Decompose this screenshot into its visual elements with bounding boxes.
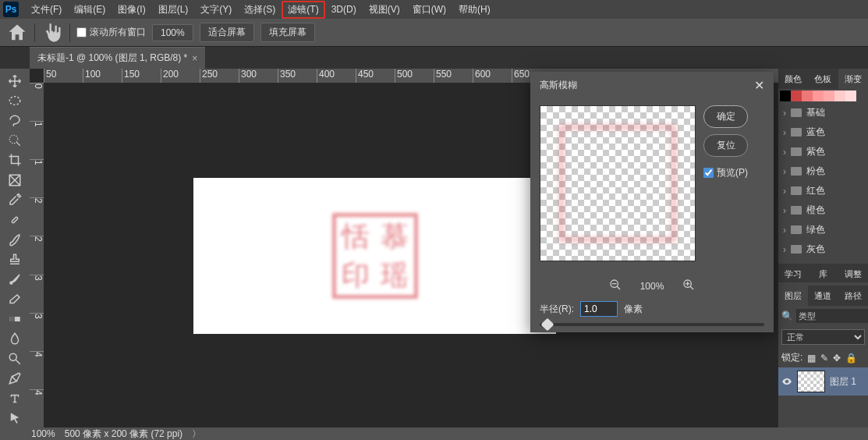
lock-position-icon[interactable]: ✥: [833, 353, 841, 364]
svg-point-0: [9, 97, 20, 105]
tab-lib[interactable]: 库: [808, 264, 838, 282]
preset-folder[interactable]: ›粉色: [778, 161, 868, 181]
lock-transparency-icon[interactable]: ▦: [807, 353, 816, 364]
menu-filter[interactable]: 滤镜(T): [282, 1, 324, 19]
menu-image[interactable]: 图像(I): [112, 1, 151, 19]
preset-folder[interactable]: ›紫色: [778, 142, 868, 161]
brush-tool[interactable]: [3, 231, 27, 249]
folder-icon: [791, 245, 802, 254]
layers-panel: 🔍 正常 锁定: ▦ ✎ ✥ 🔒 图层 1: [778, 306, 868, 428]
swatch[interactable]: [845, 90, 856, 101]
scroll-all-checkbox[interactable]: 滚动所有窗口: [76, 26, 146, 39]
tab-adjust[interactable]: 调整: [838, 264, 868, 282]
frame-tool[interactable]: [3, 171, 27, 189]
folder-icon: [791, 225, 802, 234]
lock-all-icon[interactable]: 🔒: [845, 353, 857, 364]
swatch[interactable]: [813, 90, 824, 101]
menubar: Ps 文件(F) 编辑(E) 图像(I) 图层(L) 文字(Y) 选择(S) 滤…: [0, 0, 868, 19]
lasso-tool[interactable]: [3, 112, 27, 130]
swatch[interactable]: [834, 90, 845, 101]
swatch[interactable]: [802, 90, 813, 101]
eyedropper-tool[interactable]: [3, 191, 27, 209]
menu-layer[interactable]: 图层(L): [152, 1, 195, 19]
menu-view[interactable]: 视图(V): [363, 1, 406, 19]
menu-3d[interactable]: 3D(D): [325, 2, 363, 17]
preview-box[interactable]: [540, 105, 696, 261]
move-tool[interactable]: [3, 72, 27, 90]
folder-icon: [791, 147, 802, 156]
svg-point-7: [9, 353, 16, 360]
history-brush-tool[interactable]: [3, 270, 27, 288]
reset-button[interactable]: 复位: [703, 134, 748, 157]
layer-filter[interactable]: [796, 309, 868, 323]
menu-window[interactable]: 窗口(W): [406, 1, 452, 19]
right-panels: 颜色 色板 渐变 ›基础 ›蓝色 ›紫色 ›粉色 ›红色 ›橙色 ›绿色 ›灰色…: [778, 69, 868, 428]
preset-folder[interactable]: ›灰色: [778, 240, 868, 259]
menu-file[interactable]: 文件(F): [25, 1, 68, 19]
fill-screen-button[interactable]: 填充屏幕: [260, 23, 315, 42]
preset-folder[interactable]: ›绿色: [778, 220, 868, 240]
path-select-tool[interactable]: [3, 409, 27, 427]
preset-folder[interactable]: ›基础: [778, 103, 868, 122]
status-zoom[interactable]: 100%: [31, 428, 55, 439]
marquee-tool[interactable]: [3, 91, 27, 109]
visibility-icon[interactable]: [781, 376, 792, 387]
swatch-row: [778, 89, 868, 103]
slider-thumb[interactable]: [541, 318, 554, 332]
close-icon[interactable]: ✕: [754, 78, 764, 93]
radius-label: 半径(R):: [540, 303, 574, 316]
close-tab-icon[interactable]: ×: [192, 53, 197, 64]
crop-tool[interactable]: [3, 151, 27, 169]
menu-select[interactable]: 选择(S): [238, 1, 282, 19]
zoom-in-icon[interactable]: [682, 279, 695, 293]
layer-row[interactable]: 图层 1: [778, 367, 868, 396]
fit-screen-button[interactable]: 适合屏幕: [200, 23, 254, 42]
hand-tool-icon[interactable]: [41, 22, 63, 44]
swatch[interactable]: [780, 90, 791, 101]
preview-zoom: 100%: [640, 281, 664, 292]
gradient-tool[interactable]: [3, 310, 27, 328]
swatch[interactable]: [791, 90, 802, 101]
folder-icon: [791, 108, 802, 117]
document-tab[interactable]: 未标题-1 @ 100% (图层 1, RGB/8) * ×: [30, 47, 205, 69]
tab-swatches[interactable]: 色板: [808, 69, 838, 89]
radius-input[interactable]: [580, 301, 618, 317]
zoom-level[interactable]: 100%: [152, 24, 193, 41]
gaussian-blur-dialog: 高斯模糊 ✕ 确定 复位 预览(P) 100% 半径(R): 像素: [530, 72, 774, 332]
blend-mode-select[interactable]: 正常: [781, 329, 865, 345]
layer-name: 图层 1: [830, 375, 856, 389]
tab-gradient[interactable]: 渐变: [838, 69, 868, 89]
home-icon[interactable]: [6, 22, 28, 44]
status-arrow-icon[interactable]: 〉: [192, 428, 201, 441]
pen-tool[interactable]: [3, 370, 27, 388]
ok-button[interactable]: 确定: [703, 105, 748, 128]
quick-select-tool[interactable]: [3, 131, 27, 149]
menu-help[interactable]: 帮助(H): [452, 1, 497, 19]
stamp-tool[interactable]: [3, 250, 27, 268]
svg-rect-6: [9, 317, 15, 321]
preview-checkbox[interactable]: 预览(P): [703, 166, 748, 179]
canvas[interactable]: 恬慕印瑶: [193, 178, 556, 334]
tab-channels[interactable]: 通道: [808, 286, 838, 306]
swatch[interactable]: [824, 90, 834, 101]
tab-layers[interactable]: 图层: [778, 286, 808, 306]
zoom-out-icon[interactable]: [609, 279, 622, 293]
preset-folder[interactable]: ›蓝色: [778, 122, 868, 142]
tab-color[interactable]: 颜色: [778, 69, 808, 89]
preset-folder[interactable]: ›红色: [778, 181, 868, 200]
blur-tool[interactable]: [3, 330, 27, 348]
eraser-tool[interactable]: [3, 290, 27, 308]
preset-folder[interactable]: ›橙色: [778, 200, 868, 220]
menu-edit[interactable]: 编辑(E): [68, 1, 112, 19]
document-title: 未标题-1 @ 100% (图层 1, RGB/8) *: [37, 51, 187, 65]
dodge-tool[interactable]: [3, 350, 27, 367]
type-tool[interactable]: [3, 389, 27, 407]
radius-slider[interactable]: [540, 323, 764, 326]
tab-paths[interactable]: 路径: [838, 286, 868, 306]
status-dims: 500 像素 x 200 像素 (72 ppi): [65, 428, 182, 441]
menu-type[interactable]: 文字(Y): [194, 1, 238, 19]
lock-brush-icon[interactable]: ✎: [820, 353, 828, 364]
healing-tool[interactable]: [3, 211, 27, 229]
tab-learn[interactable]: 学习: [778, 264, 808, 282]
folder-icon: [791, 206, 802, 215]
